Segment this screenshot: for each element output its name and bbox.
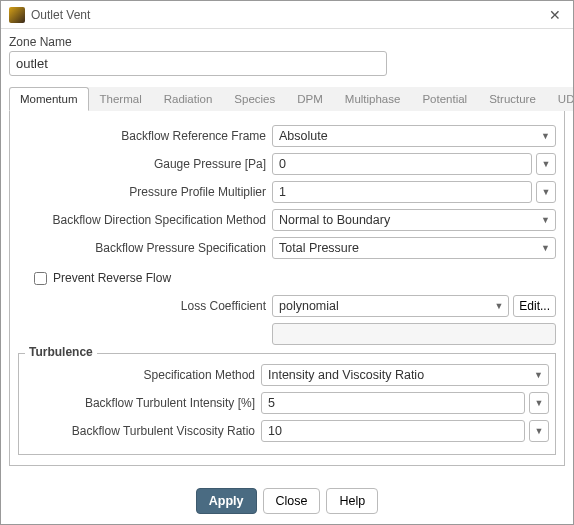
- turb-visc-ratio-input[interactable]: [261, 420, 525, 442]
- app-icon: [9, 7, 25, 23]
- tab-structure[interactable]: Structure: [478, 87, 547, 111]
- close-button[interactable]: Close: [263, 488, 321, 514]
- window-title: Outlet Vent: [31, 8, 545, 22]
- turb-visc-ratio-dropdown[interactable]: ▼: [529, 420, 549, 442]
- zone-name-label: Zone Name: [9, 35, 565, 49]
- backflow-press-spec-select[interactable]: Total Pressure ▼: [272, 237, 556, 259]
- close-icon[interactable]: ✕: [545, 7, 565, 23]
- gauge-pressure-label: Gauge Pressure [Pa]: [18, 157, 272, 171]
- pressure-profile-mult-label: Pressure Profile Multiplier: [18, 185, 272, 199]
- dialog-footer: Apply Close Help: [1, 488, 573, 514]
- zone-name-input[interactable]: [9, 51, 387, 76]
- tab-radiation[interactable]: Radiation: [153, 87, 224, 111]
- loss-coeff-label: Loss Coefficient: [18, 299, 272, 313]
- turb-intensity-label: Backflow Turbulent Intensity [%]: [25, 396, 261, 410]
- backflow-dir-method-select[interactable]: Normal to Boundary ▼: [272, 209, 556, 231]
- loss-coeff-select[interactable]: polynomial ▼: [272, 295, 509, 317]
- backflow-press-spec-label: Backflow Pressure Specification: [18, 241, 272, 255]
- tab-species[interactable]: Species: [223, 87, 286, 111]
- turb-spec-method-select[interactable]: Intensity and Viscosity Ratio ▼: [261, 364, 549, 386]
- turb-intensity-dropdown[interactable]: ▼: [529, 392, 549, 414]
- tab-dpm[interactable]: DPM: [286, 87, 334, 111]
- backflow-ref-frame-select[interactable]: Absolute ▼: [272, 125, 556, 147]
- turb-spec-method-label: Specification Method: [25, 368, 261, 382]
- turbulence-legend: Turbulence: [25, 345, 97, 359]
- gauge-pressure-input[interactable]: [272, 153, 532, 175]
- pressure-profile-mult-input[interactable]: [272, 181, 532, 203]
- tab-bar: Momentum Thermal Radiation Species DPM M…: [9, 86, 565, 111]
- tab-multiphase[interactable]: Multiphase: [334, 87, 412, 111]
- apply-button[interactable]: Apply: [196, 488, 257, 514]
- turb-intensity-input[interactable]: [261, 392, 525, 414]
- tab-uds[interactable]: UDS: [547, 87, 574, 111]
- turbulence-group: Turbulence Specification Method Intensit…: [18, 353, 556, 455]
- turb-visc-ratio-label: Backflow Turbulent Viscosity Ratio: [25, 424, 261, 438]
- backflow-dir-method-label: Backflow Direction Specification Method: [18, 213, 272, 227]
- pressure-profile-mult-dropdown[interactable]: ▼: [536, 181, 556, 203]
- prevent-reverse-checkbox[interactable]: [34, 272, 47, 285]
- help-button[interactable]: Help: [326, 488, 378, 514]
- loss-coeff-edit-button[interactable]: Edit...: [513, 295, 556, 317]
- tab-momentum[interactable]: Momentum: [9, 87, 89, 111]
- gauge-pressure-dropdown[interactable]: ▼: [536, 153, 556, 175]
- tab-potential[interactable]: Potential: [411, 87, 478, 111]
- tab-panel-momentum: Backflow Reference Frame Absolute ▼ Gaug…: [9, 111, 565, 466]
- titlebar: Outlet Vent ✕: [1, 1, 573, 29]
- tab-thermal[interactable]: Thermal: [89, 87, 153, 111]
- backflow-ref-frame-label: Backflow Reference Frame: [18, 129, 272, 143]
- prevent-reverse-label: Prevent Reverse Flow: [53, 271, 171, 285]
- loss-coeff-display: [272, 323, 556, 345]
